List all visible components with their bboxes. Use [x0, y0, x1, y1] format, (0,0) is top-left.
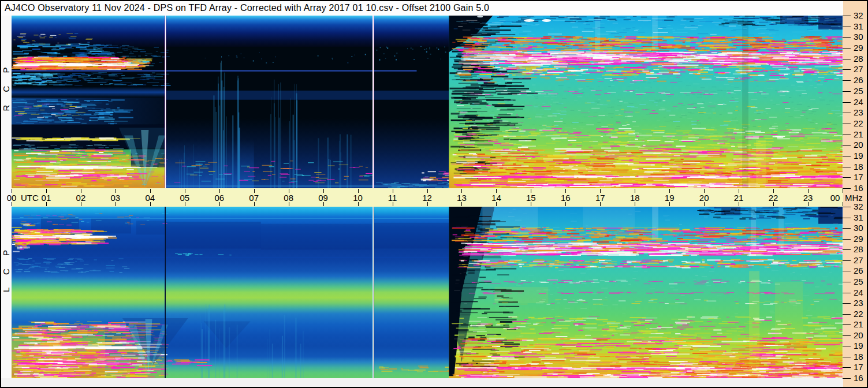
freq-label: 18 [854, 162, 863, 171]
time-tick [843, 202, 843, 206]
freq-tick [843, 218, 851, 218]
time-tick [531, 202, 531, 206]
time-tick [704, 202, 705, 206]
freq-tick [843, 145, 851, 146]
freq-label: 20 [854, 331, 863, 340]
hour-label: 09 [318, 193, 328, 203]
freq-label: 27 [854, 256, 863, 265]
freq-label: 32 [854, 202, 863, 211]
time-tick [669, 202, 670, 206]
time-tick [185, 202, 185, 206]
time-tick [12, 202, 12, 206]
freq-tick [843, 124, 851, 124]
freq-tick [843, 59, 851, 59]
time-tick [219, 189, 220, 193]
freq-label: 31 [854, 22, 863, 31]
time-tick [323, 189, 324, 193]
freq-label: 19 [854, 151, 863, 161]
freq-tick [843, 207, 851, 207]
time-tick [461, 202, 462, 206]
time-tick [358, 189, 359, 193]
freq-label: 22 [854, 119, 863, 128]
freq-tick [843, 177, 851, 178]
hour-label: 11 [388, 193, 397, 203]
freq-tick [843, 135, 851, 135]
hour-label: 19 [665, 193, 675, 203]
time-tick [81, 189, 81, 193]
freq-tick [843, 282, 851, 282]
time-tick [46, 202, 47, 206]
time-tick [358, 202, 359, 206]
freq-label: 16 [854, 374, 863, 383]
freq-tick [843, 260, 851, 261]
freq-tick [843, 167, 851, 167]
hour-label: 01 [42, 193, 51, 203]
hour-label: 20 [699, 193, 709, 203]
freq-tick [843, 228, 851, 229]
freq-tick [843, 335, 851, 336]
freq-label: 29 [854, 234, 863, 244]
time-tick [289, 189, 289, 193]
freq-label: 22 [854, 309, 863, 319]
time-tick [427, 202, 428, 206]
hour-label: 05 [180, 193, 189, 203]
hour-label: 14 [491, 193, 501, 203]
time-tick [635, 202, 635, 206]
freq-tick [843, 69, 851, 70]
freq-tick [843, 249, 851, 250]
freq-label: 21 [854, 130, 863, 139]
spectrogram-rcp [12, 16, 843, 188]
hour-label: 23 [803, 193, 813, 203]
freq-label: 28 [854, 54, 863, 64]
freq-label: 27 [854, 65, 863, 74]
bottom-margin [1, 378, 843, 387]
time-tick [116, 189, 116, 193]
freq-label: 29 [854, 43, 863, 53]
time-tick [808, 189, 809, 193]
time-tick [12, 189, 12, 193]
page-title: AJ4CO Observatory 11 Nov 2024 - DPS on T… [5, 2, 489, 14]
time-tick [254, 202, 255, 206]
freq-label: 26 [854, 76, 863, 85]
time-tick [46, 189, 47, 193]
time-tick [289, 202, 289, 206]
freq-tick [843, 37, 851, 38]
freq-tick [843, 357, 851, 357]
time-tick [323, 202, 324, 206]
time-tick [496, 189, 497, 193]
freq-label: 24 [854, 288, 863, 297]
time-tick [739, 189, 739, 193]
hour-label: 06 [214, 193, 224, 203]
freq-label: 16 [854, 184, 863, 193]
freq-label: 30 [854, 223, 863, 233]
freq-label: 20 [854, 140, 863, 150]
freq-tick [843, 80, 851, 81]
hour-label: 03 [111, 193, 121, 203]
freq-tick [843, 188, 851, 189]
freq-label: 21 [854, 320, 863, 329]
freq-tick [843, 314, 851, 315]
time-tick [219, 202, 220, 206]
freq-label: 32 [854, 11, 863, 20]
time-tick [427, 189, 428, 193]
hour-label: 07 [249, 193, 259, 203]
freq-tick [843, 324, 851, 325]
time-tick [600, 189, 601, 193]
hour-label: 18 [630, 193, 640, 203]
freq-tick [843, 239, 851, 240]
time-tick [669, 189, 670, 193]
time-tick [393, 202, 393, 206]
time-tick [150, 202, 151, 206]
freq-label: 25 [854, 87, 863, 96]
panel-label-lcp: L C P [1, 245, 11, 292]
freq-label: 17 [854, 173, 863, 182]
hour-label: 02 [76, 193, 86, 203]
utc-unit-label: UTC [21, 193, 39, 203]
time-tick [635, 189, 635, 193]
time-tick [704, 189, 705, 193]
freq-tick [843, 48, 851, 48]
freq-tick [843, 367, 851, 368]
freq-tick [843, 91, 851, 92]
freq-tick [843, 27, 851, 27]
time-tick [773, 202, 774, 206]
